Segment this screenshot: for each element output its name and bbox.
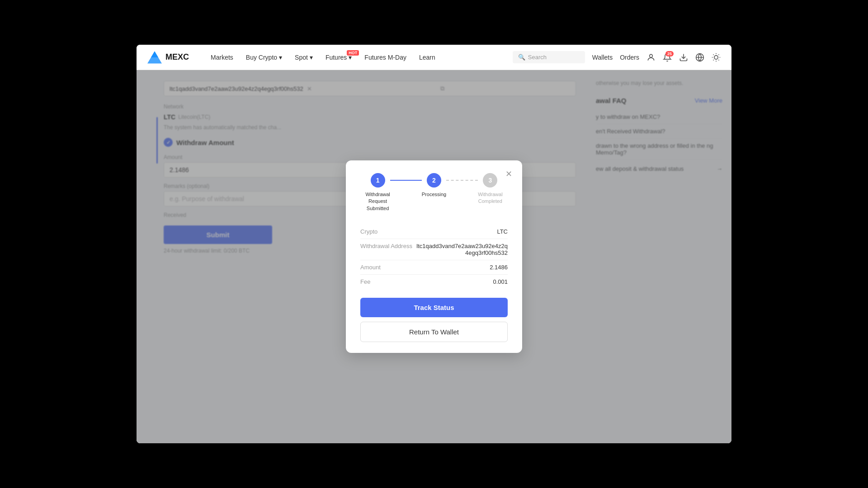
nav-items: Markets Buy Crypto ▾ Spot ▾ Futures ▾ HO…	[205, 51, 500, 64]
logo-text: MEXC	[165, 52, 189, 62]
language-icon[interactable]	[695, 53, 704, 62]
step-connector-2	[446, 180, 478, 181]
dropdown-arrow-icon: ▾	[310, 54, 313, 61]
main-content: ltc1qadd3vand7e2aaw23u92e4z2q4egq3rf00hs…	[137, 70, 731, 443]
svg-line-11	[718, 54, 719, 55]
step-3-label: Withdrawal Completed	[478, 191, 502, 205]
search-placeholder: Search	[528, 54, 547, 61]
logo[interactable]: MEXC	[147, 51, 189, 64]
nav-item-futures-mday[interactable]: Futures M-Day	[359, 51, 412, 64]
svg-line-6	[713, 54, 714, 55]
user-icon[interactable]	[646, 53, 656, 62]
nav-item-learn[interactable]: Learn	[414, 51, 441, 64]
step-1-label: Withdrawal Request Submitted	[365, 191, 390, 212]
nav-item-futures[interactable]: Futures ▾ HOT	[320, 51, 357, 64]
step-2-label: Processing	[422, 191, 446, 198]
header: MEXC Markets Buy Crypto ▾ Spot ▾ Futures…	[137, 45, 731, 70]
nav-right: 🔍 Search Wallets Orders 25	[513, 51, 721, 63]
step-2-circle: 2	[427, 173, 441, 188]
notification-count: 25	[665, 51, 674, 56]
svg-point-0	[650, 54, 653, 57]
svg-point-3	[714, 55, 718, 59]
svg-line-7	[718, 60, 719, 60]
step-2: 2 Processing	[422, 173, 446, 198]
modal: ✕ 1 Withdrawal Request Submitted	[346, 160, 522, 353]
stepper: 1 Withdrawal Request Submitted 2 Process…	[360, 173, 508, 212]
info-value-fee: 0.001	[493, 278, 508, 285]
info-key-crypto: Crypto	[360, 228, 415, 235]
wallets-link[interactable]: Wallets	[592, 54, 613, 61]
search-icon: 🔍	[518, 54, 525, 61]
track-status-button[interactable]: Track Status	[360, 298, 508, 317]
info-row-address: Withdrawal Address ltc1qadd3vand7e2aaw23…	[360, 239, 508, 260]
info-row-crypto: Crypto LTC	[360, 225, 508, 239]
info-key-fee: Fee	[360, 278, 415, 285]
nav-item-buy-crypto[interactable]: Buy Crypto ▾	[241, 51, 288, 64]
modal-close-button[interactable]: ✕	[502, 168, 515, 180]
info-key-amount: Amount	[360, 264, 415, 271]
info-value-crypto: LTC	[497, 228, 508, 235]
step-1-circle: 1	[371, 173, 385, 188]
orders-link[interactable]: Orders	[620, 54, 639, 61]
notification-icon[interactable]: 25	[663, 53, 672, 62]
hot-badge: HOT	[347, 50, 359, 56]
modal-overlay: ✕ 1 Withdrawal Request Submitted	[137, 70, 731, 443]
search-box[interactable]: 🔍 Search	[513, 51, 585, 63]
info-row-amount: Amount 2.1486	[360, 260, 508, 275]
mexc-logo-icon	[147, 51, 162, 64]
step-3: 3 Withdrawal Completed	[478, 173, 502, 205]
return-to-wallet-button[interactable]: Return To Wallet	[360, 322, 508, 342]
info-row-fee: Fee 0.001	[360, 275, 508, 289]
svg-line-10	[713, 60, 714, 60]
info-key-address: Withdrawal Address	[360, 243, 415, 249]
step-1: 1 Withdrawal Request Submitted	[365, 173, 390, 212]
nav-item-markets[interactable]: Markets	[205, 51, 239, 64]
dropdown-arrow-icon: ▾	[279, 54, 282, 61]
nav-item-spot[interactable]: Spot ▾	[289, 51, 318, 64]
info-table: Crypto LTC Withdrawal Address ltc1qadd3v…	[360, 225, 508, 289]
info-value-amount: 2.1486	[490, 264, 508, 271]
download-icon[interactable]	[679, 53, 688, 62]
step-3-circle: 3	[483, 173, 497, 188]
theme-icon[interactable]	[712, 53, 721, 62]
step-connector-1	[390, 180, 422, 181]
info-value-address: ltc1qadd3vand7e2aaw23u92e4z2q4egq3rf00hs…	[415, 243, 508, 256]
